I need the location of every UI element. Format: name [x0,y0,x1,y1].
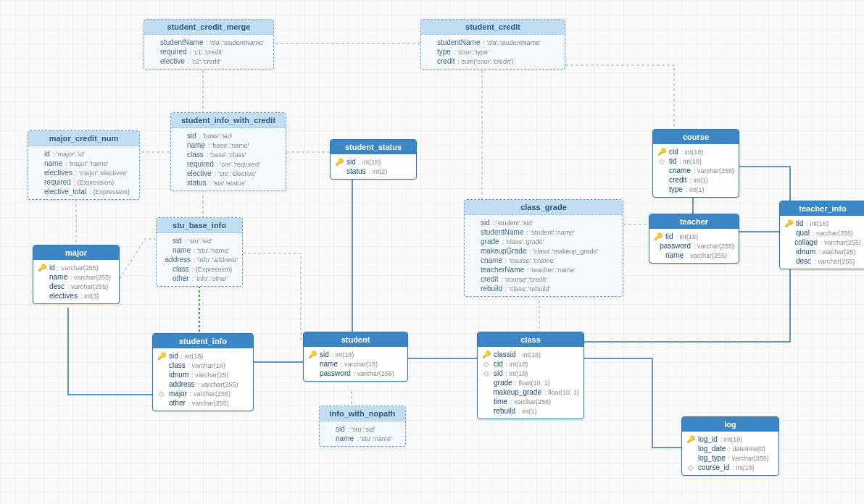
entity-log[interactable]: log 🔑log_id: int(18)log_date: datetime(0… [681,416,779,476]
field-row: log_type: varchar(255) [686,453,774,463]
field-type: : varchar(255) [694,167,734,175]
entity-student-info[interactable]: student_info 🔑sid: int(18)class: varchar… [152,333,254,411]
field-row: type: 'cour'.'type' [425,47,560,56]
entity-title: teacher [649,214,739,229]
field-type: : 'cla'.'studentName' [483,39,540,46]
entity-student[interactable]: student 🔑sid: int(18)name: varchar(18)pa… [303,332,408,382]
field-type: : varchar(255) [814,258,855,265]
field-type: : varchar(25) [191,371,228,379]
field-row: status: int(2) [335,167,412,176]
field-type: : int(18) [506,370,528,377]
diamond-icon: ◇ [157,390,166,398]
field-row: class: (Expression) [161,264,238,274]
entity-major-credit-num[interactable]: major_credit_num id: 'major'.'id'name: '… [28,130,140,200]
field-row: studentName: 'cla'.'studentName' [425,38,560,47]
field-name: desc [796,257,811,265]
entity-major[interactable]: major 🔑id: varchar(255)name: varchar(255… [33,245,120,304]
field-row: studentName: 'student'.'name' [469,227,618,237]
field-row: name: 'base'.'name' [175,140,281,150]
field-row: 🔑sid: int(18) [308,350,403,359]
diamond-icon: ◇ [482,369,491,377]
field-name: grade [481,238,499,245]
field-type: : int(18) [680,158,702,165]
entity-student-credit[interactable]: student_credit studentName: 'cla'.'stude… [420,19,565,70]
field-name: log_type [698,454,726,462]
field-name: qual [796,229,810,237]
field-name: required [44,178,71,186]
entity-info-with-nopath[interactable]: info_with_nopath sid: 'stu'.'sid'name: '… [319,406,406,447]
entity-title: log [682,417,778,432]
field-name: log_date [698,445,726,453]
entity-fields: sid: 'base'.'sid'name: 'base'.'name'clas… [171,128,286,190]
field-row: name: 'stu'.'name' [324,434,401,443]
field-row: time: varchar(255) [482,397,579,406]
key-icon: 🔑 [784,219,793,227]
field-row: makeupGrade: 'class'.'makeup_grade' [469,246,618,256]
key-icon: 🔑 [157,352,166,360]
entity-class[interactable]: class 🔑classid: int(18)◇cid: int(18)◇sid… [477,332,584,419]
entity-fields: 🔑log_id: int(18)log_date: datetime(0)log… [682,432,778,475]
field-type: : 'c1'.'credit' [190,49,223,56]
field-row: 🔑sid: int(18) [157,351,249,361]
field-row: makeup_grade: float(10, 1) [482,387,579,397]
field-type: : 'c2'.'credit' [188,58,221,65]
entity-student-status[interactable]: student_status 🔑sid: int(18)status: int(… [330,139,417,180]
field-row: sid: 'stu'.'sid' [324,424,401,434]
field-type: : 'teacher'.'name' [527,266,576,274]
field-type: : varchar(25) [818,248,855,256]
entity-title: teacher_info [780,201,864,216]
field-name: status [187,179,207,187]
entity-title: major [33,245,119,260]
entity-stu-base-info[interactable]: stu_base_info sid: 'stu'.'sid'name: 'stu… [156,217,243,287]
field-row: cname: 'course'.'cname' [469,256,618,265]
field-type: : 'sta'.'status' [209,180,246,187]
entity-teacher-info[interactable]: teacher_info 🔑tid: int(18)qual: varchar(… [779,201,864,269]
field-name: rebuild [494,407,515,415]
entity-title: class_grade [465,200,623,215]
key-icon: 🔑 [335,158,344,166]
entity-fields: 🔑classid: int(18)◇cid: int(18)◇sid: int(… [478,347,583,419]
diamond-icon: ◇ [482,360,491,368]
field-name: sid [494,369,503,377]
entity-teacher[interactable]: teacher 🔑tid: int(18)password: varchar(2… [649,214,739,264]
field-row: type: int(1) [657,185,734,194]
field-row: class: 'base'.'class' [175,150,281,159]
field-type: : varchar(255) [694,243,734,250]
entity-class-grade[interactable]: class_grade sid: 'student'.'sid'studentN… [464,199,623,297]
field-row: collage: varchar(255) [784,238,861,247]
field-name: makeup_grade [493,388,541,396]
field-name: elective_total [44,188,86,196]
entity-title: course [653,130,739,144]
field-name: other [169,399,186,407]
field-name: log_id [698,435,718,443]
field-row: studentName: 'cla'.'studentName' [149,38,269,47]
field-row: other: varchar(255) [157,398,249,408]
field-name: class [169,361,186,369]
entity-student-credit-merge[interactable]: student_credit_merge studentName: 'cla'.… [144,19,274,70]
field-type: : varchar(255) [728,455,769,462]
field-name: studentName [160,38,203,46]
entity-title: class [478,332,583,347]
field-type: : 'student'.'sid' [493,219,533,227]
entity-fields: sid: 'stu'.'sid'name: 'stu'.'name'addres… [157,233,242,286]
entity-student-info-with-credit[interactable]: student_info_with_credit sid: 'base'.'si… [170,112,286,191]
field-row: rebuild: 'class'.'rebuild' [469,284,618,293]
field-row: cname: varchar(255) [657,166,734,175]
field-row: address: 'info'.'address' [161,255,238,264]
entity-fields: 🔑id: varchar(255)name: varchar(255)desc:… [33,260,119,303]
field-row: teacherName: 'teacher'.'name' [469,265,618,274]
entity-title: student_status [331,140,416,154]
field-type: : 'major'.'name' [65,160,108,167]
field-name: cname [481,256,502,264]
field-type: : 'stu'.'name' [194,247,229,254]
field-type: : 'cour'.'type' [454,49,489,56]
field-name: name [49,273,67,281]
field-row: required: 'c1'.'credit' [149,47,269,56]
field-name: cid [494,360,503,368]
field-type: : (Expression) [192,266,233,273]
field-type: : int(1) [518,408,537,415]
field-name: idnum [169,371,188,379]
entity-course[interactable]: course 🔑cid: int(18)◇tid: int(18)cname: … [652,129,739,198]
field-name: sid [169,352,178,360]
field-name: sid [173,237,182,245]
